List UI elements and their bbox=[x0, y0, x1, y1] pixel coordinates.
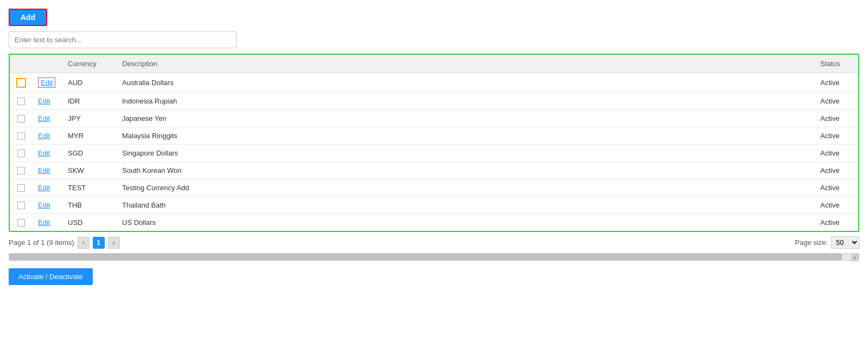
row-checkbox-cell bbox=[10, 179, 33, 197]
row-checkbox-cell bbox=[10, 93, 33, 110]
row-currency: IDR bbox=[62, 93, 117, 110]
row-edit-cell: Edit bbox=[33, 93, 62, 110]
table-row: EditAUDAustralia DollarsActive bbox=[10, 73, 858, 93]
row-checkbox-cell bbox=[10, 110, 33, 127]
row-checkbox[interactable] bbox=[16, 78, 26, 88]
page-size-label: Page size: bbox=[795, 238, 828, 247]
row-edit-cell: Edit bbox=[33, 145, 62, 162]
row-status: Active bbox=[815, 145, 858, 162]
row-description: Australia Dollars bbox=[117, 73, 815, 93]
row-description: South Korean Won bbox=[117, 162, 815, 179]
row-currency: SGD bbox=[62, 145, 117, 162]
row-edit-cell: Edit bbox=[33, 162, 62, 179]
row-status: Active bbox=[815, 93, 858, 110]
col-header-status: Status bbox=[815, 55, 858, 73]
row-edit-cell: Edit bbox=[33, 127, 62, 145]
currency-table: Currency Description Status EditAUDAustr… bbox=[10, 55, 858, 231]
table-row: EditSKWSouth Korean WonActive bbox=[10, 162, 858, 179]
edit-link[interactable]: Edit bbox=[38, 149, 50, 157]
edit-link[interactable]: Edit bbox=[38, 132, 50, 140]
table-header-row: Currency Description Status bbox=[10, 55, 858, 73]
row-checkbox-cell bbox=[10, 162, 33, 179]
row-edit-cell: Edit bbox=[33, 197, 62, 214]
row-currency: MYR bbox=[62, 127, 117, 145]
row-description: US Dollars bbox=[117, 214, 815, 231]
table-row: EditUSDUS DollarsActive bbox=[10, 214, 858, 231]
row-status: Active bbox=[815, 179, 858, 197]
page-size-select[interactable]: 50 100 25 bbox=[831, 236, 859, 249]
row-checkbox[interactable] bbox=[17, 98, 25, 105]
prev-page-button[interactable]: ‹ bbox=[78, 237, 90, 249]
pagination-left: Page 1 of 1 (9 items) ‹ 1 › bbox=[9, 237, 120, 249]
row-currency: THB bbox=[62, 197, 117, 214]
row-description: Thailand Bath bbox=[117, 197, 815, 214]
current-page-badge[interactable]: 1 bbox=[93, 237, 105, 249]
row-description: Testing Currency Add bbox=[117, 179, 815, 197]
row-currency: JPY bbox=[62, 110, 117, 127]
scrollbar-thumb[interactable] bbox=[9, 254, 842, 260]
edit-link[interactable]: Edit bbox=[38, 218, 50, 227]
horizontal-scrollbar[interactable]: ‹ › bbox=[9, 253, 859, 261]
edit-link[interactable]: Edit bbox=[38, 77, 55, 88]
page-wrapper: Add Currency Description Status EditAUDA… bbox=[0, 0, 868, 349]
row-description: Malaysia Ringgits bbox=[117, 127, 815, 145]
table-row: EditMYRMalaysia RinggitsActive bbox=[10, 127, 858, 145]
row-checkbox-cell bbox=[10, 73, 33, 93]
search-input[interactable] bbox=[9, 31, 237, 48]
table-row: EditTESTTesting Currency AddActive bbox=[10, 179, 858, 197]
row-checkbox[interactable] bbox=[17, 150, 25, 157]
col-header-check bbox=[10, 55, 33, 73]
row-checkbox[interactable] bbox=[17, 202, 25, 209]
bottom-bar: Activate / Deactivate bbox=[9, 268, 859, 285]
row-currency: USD bbox=[62, 214, 117, 231]
edit-link[interactable]: Edit bbox=[38, 201, 50, 209]
row-checkbox[interactable] bbox=[17, 132, 25, 140]
table-container: Currency Description Status EditAUDAustr… bbox=[9, 54, 859, 232]
row-checkbox[interactable] bbox=[17, 167, 25, 174]
row-checkbox[interactable] bbox=[17, 115, 25, 122]
row-description: Japanese Yen bbox=[117, 110, 815, 127]
scroll-right-arrow[interactable]: › bbox=[851, 254, 859, 261]
row-checkbox-cell bbox=[10, 214, 33, 231]
edit-link[interactable]: Edit bbox=[38, 166, 50, 174]
row-edit-cell: Edit bbox=[33, 110, 62, 127]
activate-deactivate-button[interactable]: Activate / Deactivate bbox=[9, 268, 93, 285]
edit-link[interactable]: Edit bbox=[38, 184, 50, 192]
next-page-button[interactable]: › bbox=[108, 237, 120, 249]
row-checkbox-cell bbox=[10, 197, 33, 214]
row-description: Indonesia Rupiah bbox=[117, 93, 815, 110]
row-edit-cell: Edit bbox=[33, 214, 62, 231]
col-header-edit bbox=[33, 55, 62, 73]
row-checkbox[interactable] bbox=[17, 184, 25, 192]
row-currency: AUD bbox=[62, 73, 117, 93]
row-status: Active bbox=[815, 162, 858, 179]
row-checkbox-cell bbox=[10, 145, 33, 162]
pagination-right: Page size: 50 100 25 bbox=[795, 236, 859, 249]
row-edit-cell: Edit bbox=[33, 179, 62, 197]
table-row: EditIDRIndonesia RupiahActive bbox=[10, 93, 858, 110]
table-row: EditTHBThailand BathActive bbox=[10, 197, 858, 214]
col-header-currency: Currency bbox=[62, 55, 117, 73]
pagination-info: Page 1 of 1 (9 items) bbox=[9, 238, 74, 247]
row-edit-cell: Edit bbox=[33, 73, 62, 93]
row-status: Active bbox=[815, 110, 858, 127]
col-header-description: Description bbox=[117, 55, 815, 73]
row-checkbox[interactable] bbox=[17, 219, 25, 227]
row-status: Active bbox=[815, 73, 858, 93]
row-status: Active bbox=[815, 127, 858, 145]
row-status: Active bbox=[815, 197, 858, 214]
row-status: Active bbox=[815, 214, 858, 231]
pagination-bar: Page 1 of 1 (9 items) ‹ 1 › Page size: 5… bbox=[9, 236, 859, 249]
row-currency: SKW bbox=[62, 162, 117, 179]
edit-link[interactable]: Edit bbox=[38, 114, 50, 122]
row-checkbox-cell bbox=[10, 127, 33, 145]
table-row: EditSGDSingapore DollarsActive bbox=[10, 145, 858, 162]
add-button[interactable]: Add bbox=[9, 9, 47, 26]
row-description: Singapore Dollars bbox=[117, 145, 815, 162]
row-currency: TEST bbox=[62, 179, 117, 197]
edit-link[interactable]: Edit bbox=[38, 97, 50, 105]
table-row: EditJPYJapanese YenActive bbox=[10, 110, 858, 127]
